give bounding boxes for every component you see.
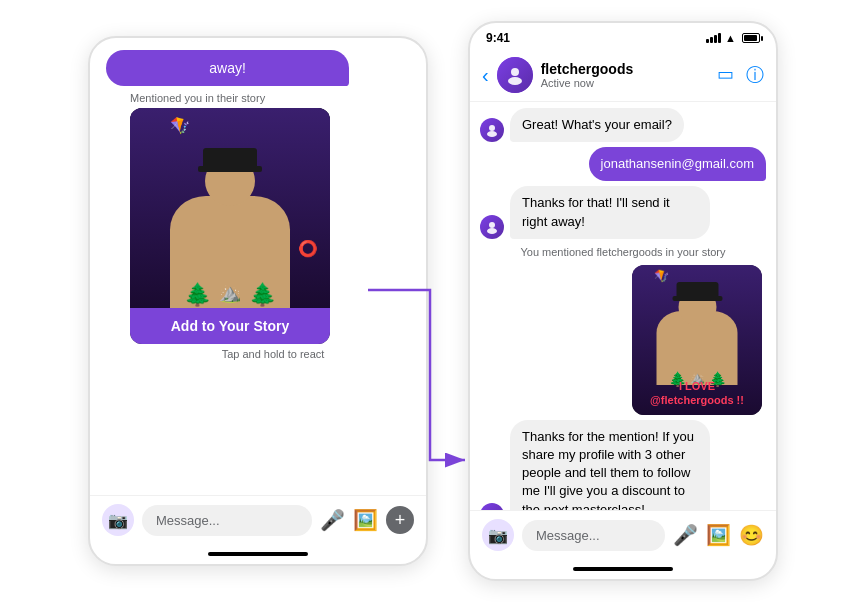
avatar-image (497, 57, 533, 93)
wifi-icon: ▲ (725, 32, 736, 44)
emoji-icon-right[interactable]: 😊 (739, 523, 764, 547)
info-icon[interactable]: ⓘ (746, 63, 764, 87)
back-button[interactable]: ‹ (482, 64, 489, 87)
scene: away! Mentioned you in their story (0, 0, 866, 602)
msg-row-3: Thanks for that! I'll send it right away… (480, 186, 766, 238)
home-indicator-right (470, 559, 776, 579)
avatar-person-icon (505, 65, 525, 85)
home-bar-right (573, 567, 673, 571)
system-text-1: You mentioned fletchergoods in your stor… (480, 244, 766, 260)
home-bar-left (208, 552, 308, 556)
away-bubble: away! (106, 50, 349, 86)
camera-button-right[interactable]: 📷 (482, 519, 514, 551)
love-line2: @fletchergoods !! (632, 394, 762, 407)
status-bar-right: 9:41 ▲ (470, 23, 776, 49)
camera-button-left[interactable]: 📷 (102, 504, 134, 536)
camera-icon-right: 📷 (488, 526, 508, 545)
story-card-right-wrapper: 🪁 🌲 ⛰️ 🌲 I LOVE @fletchergoods !! (480, 265, 766, 415)
video-icon[interactable]: ▭ (717, 63, 734, 87)
header-icons-right: ▭ ⓘ (717, 63, 764, 87)
msg-avatar-3 (480, 215, 504, 239)
bubble-3: Thanks for that! I'll send it right away… (510, 186, 710, 238)
svg-point-3 (489, 125, 495, 131)
left-bottom-bar: 📷 Message... 🎤 🖼️ + (90, 495, 426, 544)
camera-icon-left: 📷 (108, 511, 128, 530)
status-icons: ▲ (706, 32, 760, 44)
contact-info: fletchergoods Active now (541, 61, 717, 89)
msg-row-1: Great! What's your email? (480, 108, 766, 142)
signal-bar-1 (706, 39, 709, 43)
chat-header-right: ‹ fletchergoods Active now ▭ ⓘ (470, 49, 776, 102)
story-image-left: 🪁 ⭕ 🌲 ⛰️ 🌲 (130, 108, 330, 308)
status-time: 9:41 (486, 31, 510, 45)
avatar-icon-1 (485, 123, 499, 137)
image-icon-right[interactable]: 🖼️ (706, 523, 731, 547)
bubble-1: Great! What's your email? (510, 108, 684, 142)
avatar-icon-3 (485, 220, 499, 234)
bottom-icons-right: 🎤 🖼️ 😊 (673, 523, 764, 547)
svg-point-5 (489, 222, 495, 228)
home-indicator-left (90, 544, 426, 564)
bottom-icons-left: 🎤 🖼️ + (320, 506, 414, 534)
bubble-4: Thanks for the mention! If you share my … (510, 420, 710, 510)
right-bottom-bar: 📷 Message... 🎤 🖼️ 😊 (470, 510, 776, 559)
svg-point-1 (511, 68, 519, 76)
msg-avatar-1 (480, 118, 504, 142)
left-messages-area: Mentioned you in their story (90, 86, 426, 495)
mention-label: Mentioned you in their story (130, 92, 416, 104)
tree-left: 🌲 (184, 284, 211, 306)
mic-icon-left[interactable]: 🎤 (320, 508, 345, 532)
svg-point-2 (508, 77, 522, 85)
signal-bar-2 (710, 37, 713, 43)
kite-sticker: 🪁 (170, 116, 190, 135)
plus-button-left[interactable]: + (386, 506, 414, 534)
msg-row-2: jonathansenin@gmail.com (480, 147, 766, 181)
contact-status: Active now (541, 77, 717, 89)
tap-hold-left: Tap and hold to react (130, 348, 416, 360)
battery-fill (744, 35, 757, 41)
msg-avatar-4 (480, 503, 504, 510)
battery-icon (742, 33, 760, 43)
story-mention-group: Mentioned you in their story (100, 92, 416, 360)
mic-icon-right[interactable]: 🎤 (673, 523, 698, 547)
signal-bar-3 (714, 35, 717, 43)
phone-left: away! Mentioned you in their story (88, 36, 428, 566)
story-image-right: 🪁 🌲 ⛰️ 🌲 I LOVE @fletchergoods !! (632, 265, 762, 415)
contact-name: fletchergoods (541, 61, 717, 77)
story-card-right[interactable]: 🪁 🌲 ⛰️ 🌲 I LOVE @fletchergoods !! (632, 265, 762, 415)
love-tag: I LOVE @fletchergoods !! (632, 380, 762, 406)
kite-sticker-right: 🪁 (654, 269, 669, 283)
svg-point-6 (487, 228, 497, 234)
mountain-icon: ⛰️ (219, 284, 241, 306)
add-to-story-button[interactable]: Add to Your Story (130, 308, 330, 344)
tree-right: 🌲 (249, 284, 276, 306)
signal-bars (706, 33, 721, 43)
svg-point-4 (487, 131, 497, 137)
love-line1: I LOVE (632, 380, 762, 393)
message-input-right[interactable]: Message... (522, 520, 665, 551)
contact-avatar (497, 57, 533, 93)
circle-sticker: ⭕ (298, 239, 318, 258)
phone-right: 9:41 ▲ ‹ (468, 21, 778, 581)
message-input-left[interactable]: Message... (142, 505, 312, 536)
image-icon-left[interactable]: 🖼️ (353, 508, 378, 532)
signal-bar-4 (718, 33, 721, 43)
story-card-left[interactable]: 🪁 ⭕ 🌲 ⛰️ 🌲 Add to Your Story (130, 108, 330, 344)
msg-row-4: Thanks for the mention! If you share my … (480, 420, 766, 510)
right-messages-area: Great! What's your email? jonathansenin@… (470, 102, 776, 510)
bubble-2: jonathansenin@gmail.com (589, 147, 766, 181)
